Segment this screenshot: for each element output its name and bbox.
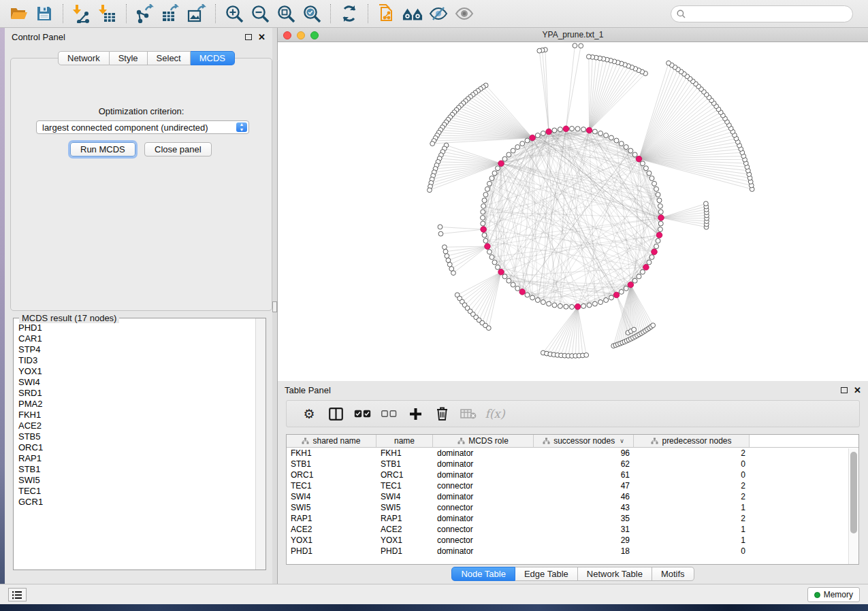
mcds-result-item[interactable]: YOX1 [18, 366, 255, 377]
column-header-successor-nodes[interactable]: successor nodes∨ [534, 435, 634, 448]
graph-node[interactable] [587, 303, 592, 308]
graph-node[interactable] [483, 238, 488, 243]
graph-node[interactable] [658, 210, 663, 214]
table-scrollbar[interactable] [848, 448, 858, 564]
graph-node[interactable] [492, 260, 497, 265]
table-row[interactable]: PHD1PHD1dominator180 [287, 546, 858, 557]
graph-node[interactable] [541, 300, 545, 305]
graph-node[interactable] [485, 186, 489, 191]
function-builder-icon[interactable]: f(x) [483, 403, 507, 424]
graph-node[interactable] [525, 138, 530, 143]
mcds-hub-node[interactable] [586, 127, 592, 133]
graph-node[interactable] [502, 156, 507, 161]
graph-node[interactable] [481, 216, 485, 220]
hide-selected-icon[interactable] [428, 3, 449, 24]
graph-leaf-node[interactable] [451, 271, 456, 276]
table-row[interactable]: YOX1YOX1connector291 [287, 535, 858, 546]
mcds-result-item[interactable]: GCR1 [18, 497, 255, 508]
graph-leaf-node[interactable] [445, 254, 449, 259]
graph-node[interactable] [654, 186, 659, 191]
graph-node[interactable] [592, 129, 597, 134]
minimize-window-icon[interactable] [297, 31, 305, 39]
mcds-hub-node[interactable] [485, 244, 491, 250]
graph-node[interactable] [581, 303, 586, 308]
close-panel-button[interactable]: Close panel [144, 142, 212, 156]
column-header-name[interactable]: name [376, 435, 433, 448]
mcds-hub-node[interactable] [563, 126, 569, 132]
mcds-result-item[interactable]: FKH1 [18, 410, 255, 420]
table-row[interactable]: TEC1TEC1connector472 [287, 480, 858, 491]
search-input[interactable] [686, 7, 852, 21]
show-all-icon[interactable] [454, 3, 475, 24]
graph-leaf-node[interactable] [666, 61, 671, 65]
graph-node[interactable] [609, 295, 613, 300]
graph-node[interactable] [581, 127, 586, 132]
mcds-hub-node[interactable] [636, 156, 642, 162]
graph-node[interactable] [649, 176, 654, 181]
tab-edge-table[interactable]: Edge Table [515, 567, 578, 581]
network-graph[interactable] [278, 42, 868, 381]
export-image-icon[interactable] [187, 3, 207, 24]
tab-network-table[interactable]: Network Table [578, 567, 652, 581]
graph-leaf-node[interactable] [428, 188, 432, 193]
mcds-hub-node[interactable] [628, 282, 634, 288]
graph-node[interactable] [619, 142, 624, 146]
tab-select[interactable]: Select [148, 51, 191, 65]
graph-node[interactable] [507, 152, 511, 157]
graph-node[interactable] [637, 274, 641, 279]
mcds-result-list[interactable]: PHD1CAR1STP4TID3YOX1SWI4SRD1PMA2FKH1ACE2… [14, 320, 255, 569]
mcds-hub-node[interactable] [498, 269, 504, 275]
graph-leaf-node[interactable] [537, 48, 542, 53]
tab-node-table[interactable]: Node Table [451, 567, 515, 581]
graph-node[interactable] [614, 138, 619, 143]
graph-node[interactable] [558, 127, 562, 132]
graph-node[interactable] [564, 304, 568, 309]
graph-node[interactable] [609, 135, 613, 140]
close-panel-icon[interactable]: ✕ [854, 386, 861, 395]
graph-node[interactable] [643, 166, 648, 171]
graph-leaf-node[interactable] [430, 142, 435, 146]
splitter-handle[interactable] [272, 301, 277, 312]
graph-node[interactable] [658, 221, 663, 226]
graph-node[interactable] [654, 244, 659, 249]
table-row[interactable]: FKH1FKH1dominator962 [287, 448, 858, 459]
graph-node[interactable] [552, 303, 557, 308]
graph-node[interactable] [481, 203, 486, 208]
graph-leaf-node[interactable] [443, 245, 447, 250]
tab-style[interactable]: Style [110, 51, 148, 65]
graph-node[interactable] [658, 227, 662, 232]
graph-node[interactable] [482, 233, 487, 237]
graph-leaf-node[interactable] [573, 44, 577, 48]
graph-node[interactable] [619, 289, 624, 294]
graph-node[interactable] [624, 286, 628, 291]
graph-leaf-node[interactable] [446, 258, 451, 263]
graph-node[interactable] [487, 181, 492, 186]
mcds-hub-node[interactable] [530, 135, 536, 141]
float-panel-icon[interactable] [841, 387, 848, 393]
tab-network[interactable]: Network [58, 51, 110, 65]
close-panel-icon[interactable]: ✕ [258, 33, 266, 42]
graph-node[interactable] [496, 265, 500, 269]
mcds-hub-node[interactable] [652, 249, 658, 255]
mcds-hub-node[interactable] [656, 232, 662, 238]
save-session-icon[interactable] [34, 3, 54, 24]
graph-leaf-node[interactable] [438, 225, 443, 229]
zoom-in-icon[interactable] [224, 3, 244, 24]
tab-motifs[interactable]: Motifs [652, 567, 694, 581]
delete-column-icon[interactable] [430, 403, 453, 424]
graph-node[interactable] [502, 274, 507, 279]
mcds-result-item[interactable]: TEC1 [18, 486, 255, 497]
close-window-icon[interactable] [283, 31, 291, 39]
mcds-result-item[interactable]: STP4 [18, 344, 255, 355]
graph-node[interactable] [515, 286, 520, 291]
graph-node[interactable] [640, 269, 645, 274]
graph-node[interactable] [511, 282, 515, 287]
graph-node[interactable] [598, 300, 603, 305]
mcds-result-item[interactable]: RAP1 [18, 453, 255, 464]
graph-leaf-node[interactable] [584, 352, 589, 357]
graph-node[interactable] [552, 128, 557, 133]
graph-leaf-node[interactable] [651, 323, 656, 328]
select-all-icon[interactable] [351, 403, 374, 424]
graph-node[interactable] [570, 305, 575, 310]
graph-leaf-node[interactable] [438, 231, 443, 236]
